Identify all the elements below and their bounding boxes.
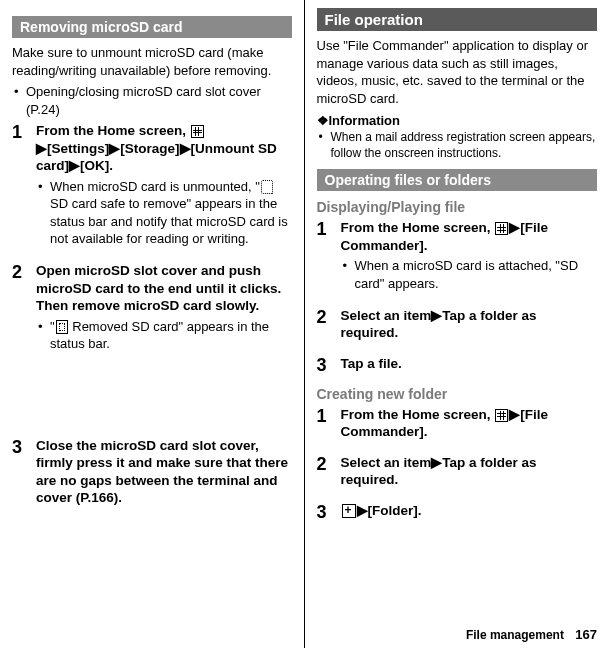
display-step-2: 2 Select an item▶Tap a folder as require… [317, 307, 598, 345]
apps-grid-icon [495, 222, 508, 235]
c-step2-title: Select an item▶Tap a folder as required. [341, 454, 598, 489]
heading-file-operation: File operation [317, 8, 598, 31]
t: Select an item [341, 455, 432, 470]
step-number: 1 [12, 122, 36, 252]
c-step1-title: From the Home screen, ▶[File Commander]. [341, 406, 598, 441]
step-number: 2 [317, 454, 341, 492]
t: From the Home screen, [36, 123, 190, 138]
t: SD card safe to remove" appears in the s… [50, 196, 288, 246]
tri-icon: ▶ [36, 141, 47, 156]
page-number: 167 [575, 627, 597, 642]
step1-title: From the Home screen, ▶[Settings]▶[Stora… [36, 122, 292, 175]
step1-sub: When microSD card is unmounted, " SD car… [36, 178, 292, 248]
apps-grid-icon [191, 125, 204, 138]
step-number: 2 [12, 262, 36, 357]
footer-section: File management [466, 628, 564, 642]
intro-text: Make sure to unmount microSD card (make … [12, 44, 292, 79]
t: From the Home screen, [341, 407, 495, 422]
tri-icon: ▶ [431, 308, 442, 323]
d-step1-sub: When a microSD card is attached, "SD car… [341, 257, 598, 292]
create-step-2: 2 Select an item▶Tap a folder as require… [317, 454, 598, 492]
t: [OK]. [80, 158, 113, 173]
sub-creating: Creating new folder [317, 386, 598, 402]
step2-sub: " Removed SD card" appears in the status… [36, 318, 292, 353]
tri-icon: ▶ [69, 158, 80, 173]
info-text: When a mail address registration screen … [317, 130, 598, 161]
step3-title: Close the microSD card slot cover, firml… [36, 437, 292, 507]
step-number: 1 [317, 219, 341, 296]
t: [Settings] [47, 141, 109, 156]
c-step3-title: ▶[Folder]. [341, 502, 598, 520]
display-step-3: 3 Tap a file. [317, 355, 598, 376]
t: " [50, 319, 55, 334]
tri-icon: ▶ [509, 407, 520, 422]
sd-safe-icon [261, 180, 273, 194]
step-number: 2 [317, 307, 341, 345]
heading-operating-files: Operating files or folders [317, 169, 598, 191]
info-label: ❖Information [317, 113, 598, 128]
file-op-intro: Use "File Commander" application to disp… [317, 37, 598, 107]
tri-icon: ▶ [431, 455, 442, 470]
step-number: 1 [317, 406, 341, 444]
d-step1-title: From the Home screen, ▶[File Commander]. [341, 219, 598, 254]
page-footer: File management 167 [466, 627, 597, 642]
sub-displaying: Displaying/Playing file [317, 199, 598, 215]
d-step3-title: Tap a file. [341, 355, 598, 373]
step-2: 2 Open microSD slot cover and push micro… [12, 262, 292, 357]
plus-box-icon [342, 504, 356, 518]
step-number: 3 [12, 437, 36, 510]
step-number: 3 [317, 355, 341, 376]
apps-grid-icon [495, 409, 508, 422]
note-open-close: Opening/closing microSD card slot cover … [12, 83, 292, 118]
tri-icon: ▶ [357, 503, 368, 518]
t: When microSD card is unmounted, " [50, 179, 260, 194]
sd-removed-icon [56, 320, 68, 334]
heading-removing-sd: Removing microSD card [12, 16, 292, 38]
create-step-1: 1 From the Home screen, ▶[File Commander… [317, 406, 598, 444]
step-3: 3 Close the microSD card slot cover, fir… [12, 437, 292, 510]
d-step2-title: Select an item▶Tap a folder as required. [341, 307, 598, 342]
t: Removed SD card" appears in the status b… [50, 319, 269, 352]
step2-title: Open microSD slot cover and push microSD… [36, 262, 292, 315]
tri-icon: ▶ [180, 141, 191, 156]
t: [Folder]. [368, 503, 422, 518]
step-number: 3 [317, 502, 341, 523]
t: Select an item [341, 308, 432, 323]
tri-icon: ▶ [109, 141, 120, 156]
step-1: 1 From the Home screen, ▶[Settings]▶[Sto… [12, 122, 292, 252]
display-step-1: 1 From the Home screen, ▶[File Commander… [317, 219, 598, 296]
create-step-3: 3 ▶[Folder]. [317, 502, 598, 523]
t: From the Home screen, [341, 220, 495, 235]
tri-icon: ▶ [509, 220, 520, 235]
t: [Storage] [120, 141, 179, 156]
